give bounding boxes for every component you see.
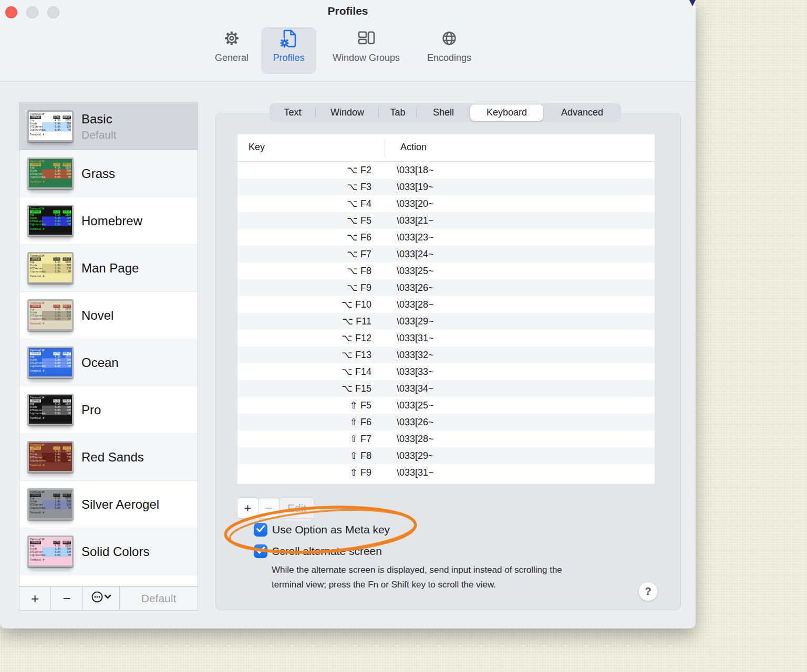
toolbar-item-label: Window Groups [323, 52, 410, 64]
key-cell: ⇧ F8 [237, 447, 385, 464]
sidebar-button-bar: + − Default [19, 586, 198, 610]
sidebar-item-grass[interactable]: Terminal3#COMMAND%CPURPRVTtop4.1%231KXco… [19, 150, 198, 197]
toolbar-item-general[interactable]: General [199, 27, 264, 74]
table-row[interactable]: ⌥ F10\033[28~ [237, 296, 655, 313]
key-cell: ⌥ F10 [237, 296, 385, 313]
profile-label: Homebrew [81, 197, 142, 244]
sidebar-item-solid-colors[interactable]: Terminal3#COMMAND%CPURPRVTtop4.1%231KXco… [19, 528, 198, 575]
key-cell: ⌥ F13 [237, 346, 385, 363]
profile-label: Solid Colors [81, 528, 149, 575]
add-profile-button[interactable]: + [19, 587, 51, 610]
desktop: Profiles [0, 0, 807, 672]
tab-text[interactable]: Text [270, 103, 316, 122]
action-cell: \033[26~ [385, 414, 434, 430]
table-row[interactable]: ⌥ F9\033[26~ [237, 279, 655, 296]
key-cell: ⌥ F9 [237, 279, 385, 296]
table-row[interactable]: ⌥ F5\033[21~ [237, 212, 655, 229]
table-row[interactable]: ⇧ F6\033[26~ [237, 414, 655, 430]
profile-thumbnail: Terminal3#COMMAND%CPURPRVTtop4.1%231KXco… [27, 252, 74, 284]
sidebar-item-man-page[interactable]: Terminal3#COMMAND%CPURPRVTtop4.1%231KXco… [19, 245, 198, 292]
table-row[interactable]: ⌥ F4\033[20~ [237, 195, 655, 212]
table-row[interactable]: ⇧ F9\033[31~ [237, 464, 655, 481]
table-row[interactable]: ⌥ F2\033[18~ [237, 162, 655, 178]
use-option-as-meta-checkbox[interactable] [254, 523, 267, 537]
scroll-alternate-screen-checkbox-row: Scroll alternate screen [254, 544, 382, 558]
profile-label: Pro [81, 386, 101, 433]
table-row[interactable]: ⌥ F13\033[32~ [237, 346, 655, 363]
titlebar-toolbar: Profiles [0, 0, 696, 82]
profile-thumbnail: Terminal3#COMMAND%CPURPRVTtop4.1%231KXco… [27, 488, 74, 520]
help-button[interactable]: ? [638, 582, 658, 601]
toolbar-item-label: Encodings [416, 52, 482, 64]
remove-key-button[interactable]: − [258, 498, 280, 519]
checkmark-icon [254, 543, 267, 559]
table-row[interactable]: ⌥ F11\033[29~ [237, 313, 655, 330]
profile-label: Ocean [81, 339, 119, 386]
key-cell: ⌥ F8 [237, 262, 385, 279]
tab-advanced[interactable]: Advanced [543, 103, 621, 122]
toolbar-item-encodings[interactable]: Encodings [416, 27, 482, 74]
table-row[interactable]: ⇧ F8\033[29~ [237, 447, 655, 464]
table-header: Key Action [237, 134, 655, 162]
profile-label: Grass [81, 150, 115, 197]
terminal-preferences-window: Profiles [0, 0, 696, 628]
table-row[interactable]: ⌥ F15\033[34~ [237, 380, 655, 397]
toolbar-item-profiles[interactable]: Profiles [261, 27, 316, 74]
add-key-button[interactable]: + [237, 498, 258, 519]
profile-thumbnail: Terminal3#COMMAND%CPURPRVTtop4.1%231KXco… [27, 441, 74, 472]
table-row[interactable]: ⇧ F5\033[25~ [237, 397, 655, 414]
checkmark-icon [254, 522, 267, 538]
table-row[interactable]: ⌥ F8\033[25~ [237, 262, 655, 279]
action-cell: \033[25~ [385, 262, 434, 279]
table-row[interactable]: ⇧ F7\033[28~ [237, 430, 655, 447]
key-cell: ⌥ F5 [237, 212, 385, 229]
sidebar-item-basic[interactable]: Terminal3#COMMAND%CPURPRVTtop4.1%231KXco… [19, 103, 198, 150]
action-cell: \033[33~ [385, 363, 434, 380]
edit-key-button[interactable]: Edit [279, 498, 315, 519]
table-row[interactable]: ⌥ F6\033[23~ [237, 229, 655, 246]
action-cell: \033[23~ [385, 229, 434, 246]
action-cell: \033[21~ [385, 212, 434, 229]
profile-actions-menu-button[interactable] [83, 587, 120, 610]
key-cell: ⌥ F7 [237, 246, 385, 262]
tab-window[interactable]: Window [316, 103, 379, 122]
window-title: Profiles [0, 5, 696, 17]
profile-document-icon [261, 27, 316, 51]
sidebar-item-pro[interactable]: Terminal3#COMMAND%CPURPRVTtop4.1%231KXco… [19, 386, 198, 434]
key-cell: ⌥ F2 [237, 162, 385, 178]
table-row[interactable]: ⌥ F7\033[24~ [237, 246, 655, 262]
toolbar-item-label: Profiles [261, 52, 316, 64]
table-row[interactable]: ⌥ F3\033[19~ [237, 178, 655, 195]
cursor-artifact [689, 0, 696, 7]
sidebar-item-red-sands[interactable]: Terminal3#COMMAND%CPURPRVTtop4.1%231KXco… [19, 434, 198, 481]
default-profile-button[interactable]: Default [120, 587, 198, 610]
sidebar-item-silver-aerogel[interactable]: Terminal3#COMMAND%CPURPRVTtop4.1%231KXco… [19, 481, 198, 528]
action-cell: \033[18~ [385, 162, 434, 178]
sidebar-item-homebrew[interactable]: Terminal3#COMMAND%CPURPRVTtop4.1%231KXco… [19, 197, 198, 245]
column-header-key: Key [249, 142, 265, 153]
tab-tab[interactable]: Tab [379, 103, 417, 122]
table-row[interactable]: ⌥ F12\033[31~ [237, 330, 655, 346]
circle-ellipsis-chevron-icon [89, 590, 113, 608]
sidebar-item-novel[interactable]: Terminal3#COMMAND%CPURPRVTtop4.1%231KXco… [19, 292, 198, 339]
checkbox-label: Use Option as Meta key [272, 523, 390, 536]
tab-keyboard[interactable]: Keyboard [470, 104, 543, 121]
scroll-alternate-screen-checkbox[interactable] [254, 544, 267, 558]
profile-thumbnail: Terminal3#COMMAND%CPURPRVTtop4.1%231KXco… [27, 346, 74, 378]
sidebar-item-ocean[interactable]: Terminal3#COMMAND%CPURPRVTtop4.1%231KXco… [19, 339, 198, 386]
action-cell: \033[32~ [385, 346, 434, 363]
key-cell: ⇧ F7 [237, 430, 385, 447]
action-cell: \033[28~ [385, 296, 434, 313]
action-cell: \033[25~ [385, 397, 434, 414]
remove-profile-button[interactable]: − [51, 587, 83, 610]
toolbar-item-window-groups[interactable]: Window Groups [323, 27, 410, 74]
action-cell: \033[20~ [385, 195, 434, 212]
gear-icon [199, 27, 264, 51]
toolbar-item-label: General [199, 52, 264, 64]
action-cell: \033[31~ [385, 464, 434, 481]
table-row[interactable]: ⌥ F14\033[33~ [237, 363, 655, 380]
key-cell: ⌥ F4 [237, 195, 385, 212]
tab-shell[interactable]: Shell [417, 103, 470, 122]
key-cell: ⌥ F6 [237, 229, 385, 246]
column-divider[interactable] [385, 139, 385, 157]
